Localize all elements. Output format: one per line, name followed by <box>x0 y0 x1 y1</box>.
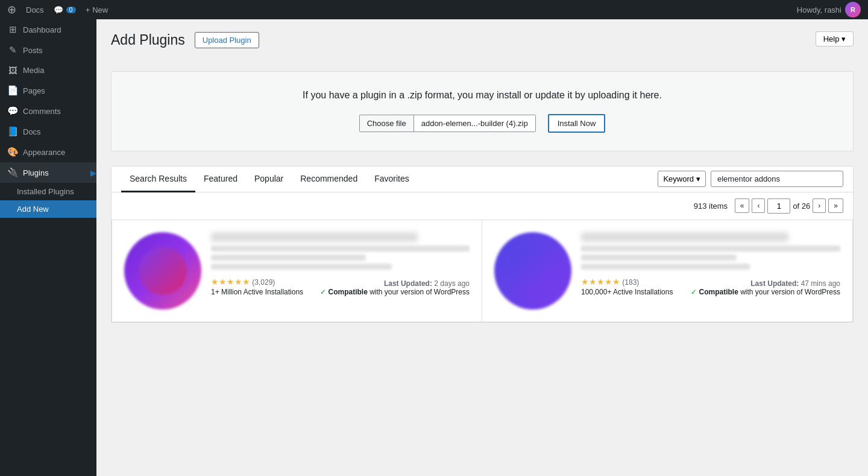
upload-description: If you have a plugin in a .zip format, y… <box>124 90 841 101</box>
plugin-meta: ★★★★★ (183) 100,000+ Active Installation… <box>581 277 840 296</box>
chevron-down-icon: ▾ <box>696 174 700 183</box>
pagination-row: 913 items « ‹ of 26 › » <box>112 192 853 220</box>
pagination-last[interactable]: » <box>828 198 843 213</box>
compatible-note: with your version of WordPress <box>740 288 840 296</box>
content-area: Add Plugins Upload Plugin Help ▾ If you … <box>96 19 868 476</box>
plugin-icon <box>124 232 201 309</box>
sidebar-sub-add-new[interactable]: Add New <box>0 200 96 218</box>
topbar-user[interactable]: Howdy, rashi R <box>797 2 861 17</box>
tabs-container: Search Results Featured Popular Recommen… <box>111 166 854 323</box>
page-header: Add Plugins Upload Plugin <box>111 31 259 49</box>
plugin-icon <box>494 232 571 309</box>
sidebar-item-label: Dashboard <box>23 25 61 34</box>
plugin-stats-row: ★★★★★ (3,029) 1+ Million Active Installa… <box>211 277 470 296</box>
pagination-next[interactable]: › <box>813 198 826 213</box>
page-title: Add Plugins <box>111 31 185 49</box>
sidebar-sub-installed-plugins[interactable]: Installed Plugins <box>0 183 96 200</box>
total-items: 913 items <box>694 202 728 211</box>
choose-file-button[interactable]: Choose file <box>360 115 414 132</box>
topbar-new[interactable]: + New <box>86 5 108 14</box>
appearance-icon: 🎨 <box>7 147 18 157</box>
install-now-button[interactable]: Install Now <box>548 114 606 133</box>
upload-area: If you have a plugin in a .zip format, y… <box>111 71 854 151</box>
compatible-label: Compatible <box>328 288 367 296</box>
pagination-prev[interactable]: ‹ <box>752 198 765 213</box>
avatar: R <box>845 2 861 17</box>
wp-logo-icon: ⊕ <box>7 3 16 16</box>
plugin-desc-line-1 <box>581 246 840 252</box>
avatar-initials: R <box>851 6 855 13</box>
add-new-label: Add New <box>17 205 49 214</box>
sidebar-item-comments[interactable]: 💬 Comments <box>0 101 96 121</box>
review-count: (3,029) <box>252 278 275 287</box>
sidebar-item-posts[interactable]: ✎ Posts <box>0 40 96 60</box>
sidebar-item-label: Docs <box>23 127 41 136</box>
docs-icon: 📘 <box>7 126 18 137</box>
check-icon: ✓ <box>691 288 697 296</box>
topbar-comments[interactable]: 💬 0 <box>54 5 76 14</box>
plugin-title-blur <box>211 232 418 242</box>
pages-icon: 📄 <box>7 85 18 96</box>
chevron-right-icon: ▸ <box>90 162 96 183</box>
tab-search-results[interactable]: Search Results <box>121 167 195 192</box>
tab-popular-label: Popular <box>254 174 283 183</box>
compatible: ✓ Compatible with your version of WordPr… <box>691 288 840 296</box>
tab-recommended[interactable]: Recommended <box>292 167 366 192</box>
plugin-card: ★★★★★ (183) 100,000+ Active Installation… <box>482 220 853 322</box>
sidebar-item-label: Plugins <box>23 168 49 177</box>
topbar-docs-label: Docs <box>26 5 44 14</box>
keyword-select[interactable]: Keyword ▾ <box>658 171 706 187</box>
plugin-cards-grid: ★★★★★ (3,029) 1+ Million Active Installa… <box>112 220 853 322</box>
plugin-rating-row: ★★★★★ (183) <box>581 277 673 287</box>
tab-recommended-label: Recommended <box>300 174 357 183</box>
tab-featured[interactable]: Featured <box>195 167 246 192</box>
comments-icon: 💬 <box>7 106 18 116</box>
new-label: New <box>92 5 108 14</box>
sidebar-item-label: Appearance <box>23 148 65 157</box>
howdy-label: Howdy, rashi <box>797 5 841 14</box>
star-rating: ★★★★★ <box>581 277 620 287</box>
sidebar: ⊞ Dashboard ✎ Posts 🖼 Media 📄 Pages 💬 Co… <box>0 19 96 476</box>
active-installs: 1+ Million Active Installations <box>211 288 303 296</box>
keyword-label: Keyword <box>663 174 694 183</box>
pagination-current[interactable] <box>767 198 790 214</box>
plugin-search-input[interactable] <box>711 171 843 187</box>
plugin-right-stats: Last Updated: 47 mins ago ✓ Compatible w… <box>691 279 840 296</box>
tab-favorites-label: Favorites <box>374 174 409 183</box>
sidebar-item-label: Media <box>23 66 44 75</box>
sidebar-item-appearance[interactable]: 🎨 Appearance <box>0 142 96 162</box>
plugin-rating-row: ★★★★★ (3,029) <box>211 277 303 287</box>
plugin-right-stats: Last Updated: 2 days ago ✓ Compatible wi… <box>320 279 470 296</box>
last-updated-value: 2 days ago <box>434 279 470 288</box>
pagination-first[interactable]: « <box>735 198 750 213</box>
tab-featured-label: Featured <box>204 174 237 183</box>
plugin-desc-line-1 <box>211 246 470 252</box>
tab-popular[interactable]: Popular <box>246 167 292 192</box>
plugin-desc-line-2 <box>211 255 366 261</box>
topbar: ⊕ Docs 💬 0 + New Howdy, rashi R <box>0 0 868 19</box>
sidebar-item-docs[interactable]: 📘 Docs <box>0 121 96 142</box>
topbar-docs[interactable]: Docs <box>26 5 44 14</box>
media-icon: 🖼 <box>7 65 18 75</box>
last-updated: Last Updated: 2 days ago <box>320 279 470 288</box>
sidebar-item-dashboard[interactable]: ⊞ Dashboard <box>0 19 96 40</box>
tab-favorites[interactable]: Favorites <box>366 167 418 192</box>
upload-plugin-button[interactable]: Upload Plugin <box>195 32 259 48</box>
sidebar-item-pages[interactable]: 📄 Pages <box>0 80 96 101</box>
plugin-desc-line-3 <box>581 264 750 270</box>
tab-search-results-label: Search Results <box>130 174 187 183</box>
compatible-note: with your version of WordPress <box>370 288 470 296</box>
plus-icon: + <box>86 5 90 14</box>
sidebar-item-label: Pages <box>23 86 45 95</box>
dashboard-icon: ⊞ <box>7 24 18 35</box>
help-button[interactable]: Help ▾ <box>816 31 854 46</box>
plugin-info: ★★★★★ (3,029) 1+ Million Active Installa… <box>211 232 470 296</box>
sidebar-item-label: Comments <box>23 107 61 116</box>
sidebar-item-plugins[interactable]: 🔌 Plugins ▸ <box>0 162 96 183</box>
page-header-row: Add Plugins Upload Plugin Help ▾ <box>111 31 854 62</box>
comment-icon: 💬 <box>54 5 63 14</box>
installed-plugins-label: Installed Plugins <box>17 187 74 196</box>
sidebar-item-media[interactable]: 🖼 Media <box>0 60 96 80</box>
plugin-left-stats: ★★★★★ (183) 100,000+ Active Installation… <box>581 277 673 296</box>
star-rating: ★★★★★ <box>211 277 250 287</box>
